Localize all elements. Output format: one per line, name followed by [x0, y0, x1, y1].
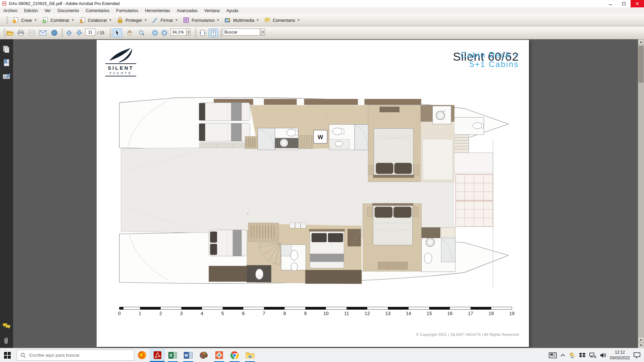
scroll-down-button[interactable]: [638, 343, 644, 348]
colaborar-button[interactable]: Colaborar: [76, 16, 114, 24]
menu-herramientas[interactable]: Herramientas: [142, 8, 173, 13]
menu-comentarios[interactable]: Comentarios: [82, 8, 113, 13]
formularios-button[interactable]: Formularios: [180, 16, 222, 24]
firmar-button[interactable]: Firmar: [149, 16, 180, 24]
zoom-out-button[interactable]: [150, 28, 160, 37]
touch-keyboard-icon[interactable]: [549, 352, 557, 358]
ruler-number: 19: [509, 311, 515, 316]
taskbar-firefox[interactable]: [134, 349, 150, 362]
wardrobe-hangers: [245, 136, 258, 149]
scroll-up-button[interactable]: [638, 39, 644, 45]
start-button[interactable]: [0, 349, 15, 362]
dropbox-icon[interactable]: [579, 352, 586, 358]
taskbar-explorer[interactable]: [242, 349, 258, 362]
taskbar-paint[interactable]: [196, 349, 211, 362]
volume-icon[interactable]: [600, 352, 606, 358]
email-button[interactable]: [38, 28, 48, 37]
open-button[interactable]: [5, 28, 15, 37]
zoom-level-input[interactable]: [170, 28, 186, 36]
taskbar-excel[interactable]: [165, 349, 180, 362]
title-bar: GAs-S6062_210915_GE.pdf - Adobe Acrobat …: [0, 0, 644, 8]
fit-width-button[interactable]: [198, 28, 207, 37]
ruler-bar: [264, 307, 285, 309]
ruler-number: 15: [427, 311, 432, 316]
action-center-icon[interactable]: [633, 352, 641, 359]
chevron-down-icon: [298, 19, 300, 21]
taskbar-chrome[interactable]: [227, 349, 242, 362]
key-app-icon[interactable]: [569, 352, 576, 359]
save-button[interactable]: [27, 28, 36, 37]
toolbar-grip: [61, 28, 63, 37]
ruler-number: 18: [489, 311, 494, 316]
minimize-button[interactable]: [604, 0, 617, 7]
crear-button[interactable]: Crear: [10, 16, 39, 24]
scrollbar-thumb[interactable]: [638, 46, 644, 83]
search-input[interactable]: [223, 28, 260, 36]
menu-archivo[interactable]: Archivo: [0, 8, 21, 13]
firefox-icon: [138, 351, 147, 360]
pdf-page[interactable]: SILENT YACHTS Silent 60/62 Cabin Deck – …: [97, 40, 529, 347]
ruler-bar: [471, 307, 491, 309]
acrobat-window: GAs-S6062_210915_GE.pdf - Adobe Acrobat …: [0, 0, 644, 362]
network-icon[interactable]: [589, 352, 596, 358]
bookmarks-panel-icon[interactable]: [3, 59, 11, 67]
tray-chevron-up-icon[interactable]: [560, 354, 566, 357]
combinar-button[interactable]: Combinar: [39, 16, 76, 24]
fit-page-button[interactable]: [209, 28, 218, 37]
menu-avanzadas[interactable]: Avanzadas: [173, 8, 201, 13]
multimedia-button[interactable]: Multimedia: [222, 16, 261, 24]
toolbar-grip: [195, 28, 197, 37]
taskbar-search-input[interactable]: [29, 352, 124, 358]
menu-ayuda[interactable]: Ayuda: [223, 8, 241, 13]
ruler-number: 10: [323, 311, 329, 316]
next-page-button[interactable]: [74, 28, 84, 37]
previous-page-button[interactable]: [64, 28, 74, 37]
close-button[interactable]: [631, 0, 644, 7]
protect-icon: [117, 17, 123, 23]
ruler-number: 3: [180, 311, 183, 316]
page-total-label: / 15: [97, 28, 104, 37]
menu-ventana[interactable]: Ventana: [201, 8, 223, 13]
maximize-button[interactable]: [617, 0, 631, 7]
comentario-label: Comentario: [273, 18, 295, 23]
comments-panel-icon[interactable]: [3, 323, 11, 331]
ruler-number: 9: [304, 311, 307, 316]
taskbar-clock[interactable]: 12:12 03/03/2022: [610, 350, 630, 360]
proteger-button[interactable]: Proteger: [114, 16, 149, 24]
zoom-in-button[interactable]: [160, 28, 169, 37]
zoom-dropdown-button[interactable]: [186, 28, 191, 36]
running-indicator: [214, 361, 224, 362]
globe-icon[interactable]: [50, 28, 59, 37]
zoom-marquee-tool-button[interactable]: [137, 28, 146, 37]
bow-bathroom: [433, 106, 451, 124]
taskbar-image-viewer[interactable]: [211, 349, 227, 362]
print-button[interactable]: [16, 28, 25, 37]
chevron-down-icon: [145, 19, 147, 21]
triangle-up-icon: [640, 41, 642, 43]
menu-edicion[interactable]: Edición: [21, 8, 41, 13]
running-indicator: [229, 361, 239, 362]
ruler-number: 8: [283, 311, 286, 316]
pages-panel-icon[interactable]: [3, 45, 11, 53]
proteger-label: Proteger: [125, 18, 142, 23]
page-number-input[interactable]: [85, 28, 95, 36]
acrobat-icon: [153, 351, 162, 359]
menu-formularios[interactable]: Formularios: [113, 8, 142, 13]
search-dropdown-button[interactable]: [261, 28, 265, 36]
menu-documento[interactable]: Documento: [54, 8, 82, 13]
taskbar-search[interactable]: [17, 350, 134, 361]
window-controls: [604, 0, 644, 7]
paint-palette-icon: [199, 351, 208, 359]
taskbar-word[interactable]: [180, 349, 196, 362]
taskbar-acrobat[interactable]: [150, 349, 165, 362]
comentario-button[interactable]: Comentario: [261, 16, 302, 24]
signatures-panel-icon[interactable]: [3, 73, 11, 81]
vertical-scrollbar[interactable]: [638, 39, 644, 348]
select-tool-button[interactable]: [113, 28, 122, 37]
menu-ver[interactable]: Ver: [41, 8, 54, 13]
ruler-bar: [388, 307, 409, 309]
hand-tool-button[interactable]: [125, 28, 134, 37]
ruler-bar: [429, 307, 450, 309]
scroll-page-up-button[interactable]: [638, 337, 644, 343]
attachments-panel-icon[interactable]: [3, 337, 11, 345]
